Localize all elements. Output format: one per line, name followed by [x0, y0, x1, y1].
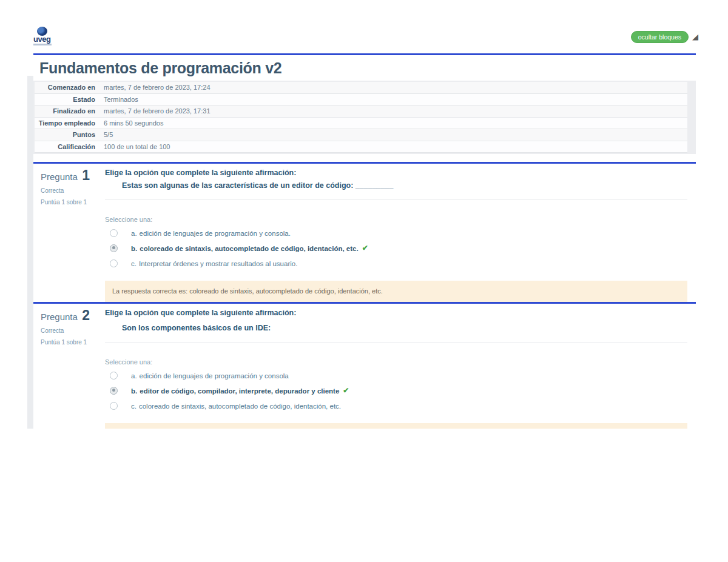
question-label: Pregunta [41, 312, 78, 322]
question-statement: Son los componentes básicos de un IDE: [105, 323, 687, 334]
question-1: Pregunta 1 Correcta Puntúa 1 sobre 1 Eli… [33, 162, 696, 305]
select-one-label: Seleccione una: [105, 358, 687, 366]
option-key: c. [131, 260, 136, 267]
option-text: edición de lenguajes de programación y c… [140, 230, 291, 237]
option-key: a. [131, 372, 137, 380]
option-text: edición de lenguajes de programación y c… [140, 372, 289, 380]
option-label: a.edición de lenguajes de programación y… [131, 229, 291, 238]
logo-text: uveg [33, 36, 58, 43]
answer-block: Seleccione una: a.edición de lenguajes d… [105, 200, 687, 305]
question-2-info: Pregunta 2 Correcta Puntúa 1 sobre 1 [33, 304, 105, 429]
question-grade: Puntúa 1 sobre 1 [41, 339, 105, 346]
option-c: c.coloreado de sintaxis, autocompletado … [105, 401, 687, 411]
radio-button[interactable] [110, 402, 118, 410]
option-text: coloreado de sintaxis, autocompletado de… [140, 245, 358, 252]
radio-button-selected[interactable] [110, 244, 118, 252]
summary-row-points: Puntos 5/5 [35, 129, 687, 141]
option-label: a.edición de lenguajes de programación y… [131, 371, 289, 381]
row-label: Finalizado en [35, 107, 95, 115]
uveg-logo[interactable]: uveg [33, 27, 58, 45]
row-label: Comenzado en [35, 84, 95, 91]
option-label: c.coloreado de sintaxis, autocompletado … [131, 401, 341, 411]
option-c: c.Interpretar órdenes y mostrar resultad… [105, 259, 687, 269]
option-b-selected: b.coloreado de sintaxis, autocompletado … [105, 244, 687, 253]
question-number: 1 [82, 167, 90, 183]
check-icon: ✔ [343, 386, 349, 395]
question-prompt: Elige la opción que complete la siguient… [105, 167, 687, 179]
option-a: a.edición de lenguajes de programación y… [105, 229, 687, 238]
row-value: martes, 7 de febrero de 2023, 17:24 [95, 84, 211, 91]
question-prompt: Elige la opción que complete la siguient… [105, 307, 687, 319]
option-a: a.edición de lenguajes de programación y… [105, 371, 687, 381]
row-label: Puntos [35, 131, 95, 138]
attempt-summary: Comenzado en martes, 7 de febrero de 202… [33, 81, 696, 154]
option-key: c. [131, 403, 136, 410]
option-text: coloreado de sintaxis, autocompletado de… [139, 403, 341, 410]
question-1-content: Elige la opción que complete la siguient… [105, 164, 696, 305]
radio-button[interactable] [110, 372, 118, 380]
row-label: Tiempo empleado [35, 119, 95, 127]
option-text: Interpretar órdenes y mostrar resultados… [139, 260, 297, 267]
correct-answer-feedback: La respuesta correcta es: editor de códi… [105, 423, 687, 429]
left-gutter [27, 76, 33, 429]
page-title: Fundamentos de programación v2 [39, 59, 690, 77]
radio-button[interactable] [110, 229, 118, 237]
title-bar: Fundamentos de programación v2 [33, 53, 696, 82]
summary-row-finished: Finalizado en martes, 7 de febrero de 20… [35, 105, 687, 118]
question-grade: Puntúa 1 sobre 1 [41, 199, 105, 206]
option-label: c.Interpretar órdenes y mostrar resultad… [131, 259, 297, 269]
option-label: b.editor de código, compilador, interpre… [131, 386, 339, 396]
question-state: Correcta [41, 187, 105, 194]
corner-glyph-icon: ◢ [692, 32, 698, 41]
row-label: Calificación [35, 143, 95, 150]
answer-block: Seleccione una: a.edición de lenguajes d… [105, 343, 687, 429]
option-key: b. [131, 387, 137, 395]
option-b-selected: b.editor de código, compilador, interpre… [105, 386, 687, 396]
question-label: Pregunta [41, 172, 78, 182]
row-label: Estado [35, 96, 95, 103]
radio-button[interactable] [110, 259, 118, 267]
radio-button-selected[interactable] [110, 387, 118, 395]
option-text: editor de código, compilador, interprete… [140, 387, 339, 395]
question-2-content: Elige la opción que complete la siguient… [105, 304, 696, 429]
question-1-info: Pregunta 1 Correcta Puntúa 1 sobre 1 [33, 164, 105, 305]
correct-answer-feedback: La respuesta correcta es: coloreado de s… [105, 281, 687, 305]
logo-tagline [33, 44, 52, 45]
row-value: 6 mins 50 segundos [95, 119, 163, 127]
row-value: 100 de un total de 100 [95, 143, 170, 150]
summary-row-grade: Calificación 100 de un total de 100 [35, 141, 687, 153]
select-one-label: Seleccione una: [105, 216, 687, 223]
hide-blocks-button[interactable]: ocultar bloques [631, 31, 689, 43]
question-text: Elige la opción que complete la siguient… [105, 167, 687, 200]
option-key: b. [131, 245, 137, 252]
row-value: Terminados [95, 96, 138, 103]
option-label: b.coloreado de sintaxis, autocompletado … [131, 244, 359, 253]
summary-row-state: Estado Terminados [35, 94, 687, 106]
summary-table: Comenzado en martes, 7 de febrero de 202… [35, 82, 687, 153]
summary-row-time: Tiempo empleado 6 mins 50 segundos [35, 118, 687, 130]
row-value: 5/5 [95, 131, 113, 138]
question-statement: Estas son algunas de las características… [105, 180, 687, 192]
question-state: Correcta [41, 327, 105, 334]
question-number: 2 [82, 307, 90, 323]
option-key: a. [131, 230, 137, 237]
row-value: martes, 7 de febrero de 2023, 17:31 [95, 107, 211, 115]
quiz-review-page: uveg ocultar bloques ◢ Fundamentos de pr… [0, 0, 728, 429]
question-2: Pregunta 2 Correcta Puntúa 1 sobre 1 Eli… [33, 302, 696, 429]
summary-row-started: Comenzado en martes, 7 de febrero de 202… [35, 82, 687, 94]
question-text: Elige la opción que complete la siguient… [105, 307, 687, 343]
check-icon: ✔ [362, 244, 368, 252]
